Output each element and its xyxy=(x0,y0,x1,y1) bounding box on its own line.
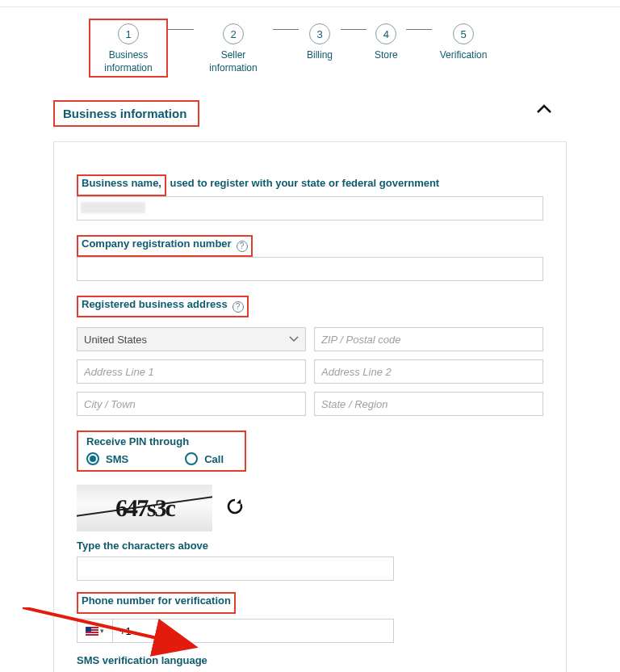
us-flag-icon xyxy=(86,627,98,636)
sms-lang-group: SMS verification language English (Unite… xyxy=(77,654,543,672)
chevron-down-icon xyxy=(289,336,299,342)
country-value: United States xyxy=(84,334,147,346)
divider-top xyxy=(0,6,620,7)
help-icon[interactable]: ? xyxy=(237,241,248,252)
step-business-information[interactable]: 1 Business information xyxy=(89,19,168,78)
pin-option-sms[interactable]: SMS xyxy=(86,452,128,465)
step-label: Store xyxy=(375,49,398,62)
step-store[interactable]: 4 Store xyxy=(367,19,406,65)
phone-verif-label-box: Phone number for verification xyxy=(77,592,236,614)
help-icon[interactable]: ? xyxy=(232,301,244,313)
radio-icon xyxy=(86,452,99,465)
address-line2-input[interactable] xyxy=(314,359,543,384)
captcha-prompt-label: Type the characters above xyxy=(77,540,543,552)
pin-method-label: Receive PIN through xyxy=(86,435,237,447)
step-label: Business information xyxy=(97,49,160,74)
state-input[interactable] xyxy=(314,392,543,416)
step-seller-information[interactable]: 2 Seller information xyxy=(194,19,273,78)
step-number: 4 xyxy=(375,23,396,44)
business-name-label-rest: used to register with your state or fede… xyxy=(170,177,439,189)
city-input[interactable] xyxy=(77,392,306,416)
step-number: 2 xyxy=(223,23,244,44)
step-label: Verification xyxy=(440,49,488,62)
chevron-down-icon: ▾ xyxy=(100,627,104,635)
captcha-input[interactable] xyxy=(77,556,394,581)
step-connector xyxy=(341,29,367,30)
company-reg-label-box: Company registration number ? xyxy=(77,235,253,257)
step-verification[interactable]: 5 Verification xyxy=(432,19,496,65)
pin-option-call[interactable]: Call xyxy=(185,452,224,465)
captcha-text: 647s3c xyxy=(115,494,174,522)
step-label: Billing xyxy=(307,49,333,62)
company-reg-input[interactable] xyxy=(77,257,543,281)
step-label: Seller information xyxy=(202,49,265,74)
phone-country-select[interactable]: ▾ xyxy=(77,619,112,643)
sms-lang-label: SMS verification language xyxy=(77,654,543,666)
business-name-group: Business name, used to register with you… xyxy=(77,174,543,220)
step-connector xyxy=(273,29,299,30)
section-header: Business information xyxy=(53,100,567,127)
step-connector xyxy=(168,29,194,30)
reg-addr-label-box: Registered business address ? xyxy=(77,296,249,317)
company-reg-group: Company registration number ? xyxy=(77,235,543,281)
pin-method-box: Receive PIN through SMS Call xyxy=(77,430,246,472)
step-connector xyxy=(406,29,432,30)
section-title: Business information xyxy=(53,100,199,127)
step-number: 5 xyxy=(453,23,474,44)
zip-input[interactable] xyxy=(314,327,543,351)
step-number: 1 xyxy=(118,23,139,44)
address-line1-input[interactable] xyxy=(77,359,306,384)
phone-verif-group: Phone number for verification ▾ xyxy=(77,592,543,643)
form-panel: Business name, used to register with you… xyxy=(53,141,567,672)
wizard-steps: 1 Business information 2 Seller informat… xyxy=(89,19,620,78)
business-name-label-box: Business name, xyxy=(77,174,166,196)
step-billing[interactable]: 3 Billing xyxy=(299,19,341,65)
registered-address-group: Registered business address ? United Sta… xyxy=(77,296,543,416)
captcha-image: 647s3c xyxy=(77,485,212,531)
step-number: 3 xyxy=(309,23,330,44)
captcha-refresh-icon[interactable] xyxy=(225,497,245,519)
radio-icon xyxy=(185,452,198,465)
captcha-entry-group: Type the characters above xyxy=(77,540,543,581)
phone-input[interactable] xyxy=(112,619,394,643)
business-name-value-redacted xyxy=(81,202,145,213)
country-select[interactable]: United States xyxy=(77,327,306,351)
